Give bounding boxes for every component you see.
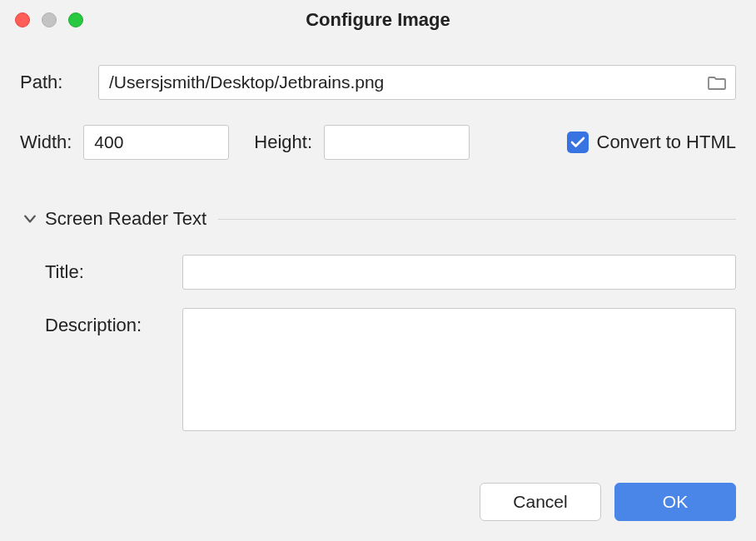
path-input-wrapper — [98, 65, 736, 100]
description-textarea[interactable] — [182, 308, 736, 431]
ok-button[interactable]: OK — [614, 483, 736, 521]
title-row: Title: — [45, 255, 736, 290]
title-label: Title: — [45, 255, 182, 283]
convert-to-html-checkbox[interactable]: Convert to HTML — [567, 132, 737, 153]
description-row: Description: — [45, 308, 736, 431]
dimensions-row: Width: Height: Convert to HTML — [20, 125, 736, 160]
checkbox-checked-icon — [567, 132, 589, 153]
browse-folder-icon[interactable] — [708, 75, 726, 90]
dialog-content: Path: Width: Height: Convert to HTML — [0, 40, 756, 466]
height-input[interactable] — [324, 125, 470, 160]
chevron-down-icon — [20, 209, 40, 229]
description-label: Description: — [45, 308, 182, 336]
section-divider — [218, 219, 736, 220]
screen-reader-section-toggle[interactable]: Screen Reader Text — [20, 208, 736, 230]
dialog-footer: Cancel OK — [0, 466, 756, 541]
screen-reader-form: Title: Description: — [20, 255, 736, 449]
title-input[interactable] — [182, 255, 736, 290]
close-window-button[interactable] — [15, 12, 30, 27]
width-input[interactable] — [83, 125, 229, 160]
path-input[interactable] — [98, 65, 736, 100]
convert-to-html-label: Convert to HTML — [597, 132, 737, 153]
screen-reader-section-title: Screen Reader Text — [45, 208, 206, 230]
minimize-window-button[interactable] — [42, 12, 57, 27]
path-label: Path: — [20, 72, 87, 93]
path-row: Path: — [20, 65, 736, 100]
width-label: Width: — [20, 132, 72, 153]
height-label: Height: — [254, 132, 312, 153]
maximize-window-button[interactable] — [68, 12, 83, 27]
configure-image-dialog: Configure Image Path: Width: Height: — [0, 0, 756, 541]
titlebar: Configure Image — [0, 0, 756, 40]
cancel-button[interactable]: Cancel — [480, 483, 601, 521]
dialog-title: Configure Image — [13, 9, 743, 31]
window-controls — [15, 12, 83, 27]
